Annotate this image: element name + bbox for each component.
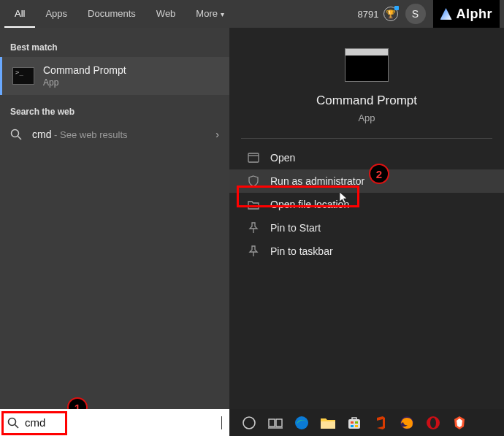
windows-search-box[interactable] xyxy=(0,409,229,436)
bottom-bar xyxy=(0,409,504,436)
rewards-points[interactable]: 8791 🏆 xyxy=(358,7,398,21)
action-pin-to-taskbar[interactable]: Pin to taskbar xyxy=(229,240,504,263)
svg-rect-12 xyxy=(348,419,360,429)
taskbar xyxy=(229,409,504,436)
office-icon[interactable] xyxy=(373,415,389,431)
svg-rect-15 xyxy=(351,425,354,427)
command-prompt-large-icon xyxy=(345,48,389,82)
svg-rect-14 xyxy=(355,421,358,424)
trophy-icon: 🏆 xyxy=(383,7,398,21)
tab-all[interactable]: All xyxy=(4,1,35,28)
search-web-label: Search the web xyxy=(0,102,229,121)
svg-point-10 xyxy=(295,416,308,429)
svg-point-0 xyxy=(12,130,19,137)
filter-tabs: All Apps Documents Web More▾ xyxy=(4,1,234,28)
pin-icon xyxy=(247,245,260,257)
svg-line-5 xyxy=(15,424,19,428)
profile-avatar[interactable]: S xyxy=(405,4,426,24)
command-prompt-icon xyxy=(12,67,34,85)
brave-icon[interactable] xyxy=(451,415,467,431)
firefox-icon[interactable] xyxy=(399,415,415,431)
tab-apps[interactable]: Apps xyxy=(35,1,77,28)
search-icon xyxy=(7,417,19,429)
search-panel: Best match Command Prompt App Search the… xyxy=(0,28,504,409)
file-explorer-icon[interactable] xyxy=(320,415,336,431)
alphr-logo-icon xyxy=(440,8,452,20)
divider xyxy=(241,138,492,139)
search-filter-bar: All Apps Documents Web More▾ 8791 🏆 S Al… xyxy=(0,0,504,28)
action-run-as-administrator[interactable]: Run as administrator xyxy=(229,169,504,193)
preview-column: Command Prompt App Open Run as administr… xyxy=(229,28,504,409)
action-list: Open Run as administrator Open file loca… xyxy=(229,143,504,266)
task-view-icon[interactable] xyxy=(267,415,283,431)
microsoft-store-icon[interactable] xyxy=(346,415,362,431)
result-subtitle: App xyxy=(43,77,126,88)
open-icon xyxy=(247,152,260,164)
tab-web[interactable]: Web xyxy=(146,1,186,28)
action-open-file-location[interactable]: Open file location xyxy=(229,193,504,216)
alphr-brand: Alphr xyxy=(433,0,500,28)
cortana-icon[interactable] xyxy=(241,415,257,431)
text-cursor xyxy=(221,416,222,429)
opera-icon[interactable] xyxy=(425,415,441,431)
svg-point-4 xyxy=(9,418,16,425)
chevron-right-icon: › xyxy=(215,129,219,140)
svg-rect-13 xyxy=(351,421,354,424)
preview-subtitle: App xyxy=(358,112,375,123)
svg-rect-11 xyxy=(321,421,335,429)
folder-icon xyxy=(247,199,260,210)
best-match-result[interactable]: Command Prompt App xyxy=(0,57,229,95)
svg-rect-8 xyxy=(276,419,282,427)
svg-point-19 xyxy=(430,418,436,428)
result-title: Command Prompt xyxy=(43,64,126,76)
tab-more[interactable]: More▾ xyxy=(186,1,234,28)
chevron-down-icon: ▾ xyxy=(221,10,224,18)
tab-documents[interactable]: Documents xyxy=(77,1,146,28)
svg-line-1 xyxy=(18,137,22,140)
svg-rect-2 xyxy=(248,153,259,162)
action-open[interactable]: Open xyxy=(229,146,504,169)
svg-rect-16 xyxy=(355,425,358,427)
edge-icon[interactable] xyxy=(294,415,310,431)
search-icon xyxy=(10,129,23,140)
best-match-label: Best match xyxy=(0,38,229,57)
svg-point-6 xyxy=(243,417,255,429)
preview-title: Command Prompt xyxy=(316,93,417,108)
action-pin-to-start[interactable]: Pin to Start xyxy=(229,216,504,240)
svg-rect-7 xyxy=(269,419,275,427)
web-result-row[interactable]: cmd - See web results › xyxy=(0,121,229,148)
pin-icon xyxy=(247,222,260,234)
shield-icon xyxy=(247,175,260,187)
results-column: Best match Command Prompt App Search the… xyxy=(0,28,229,409)
